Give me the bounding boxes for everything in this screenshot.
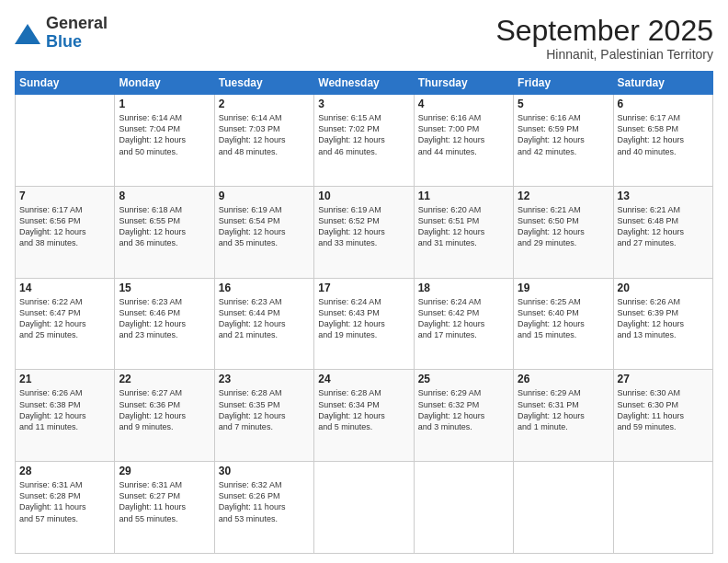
calendar-cell: 17Sunrise: 6:24 AM Sunset: 6:43 PM Dayli… (314, 278, 414, 370)
day-of-week-header: Thursday (414, 72, 513, 95)
calendar-cell: 18Sunrise: 6:24 AM Sunset: 6:42 PM Dayli… (414, 278, 513, 370)
day-number: 21 (19, 373, 110, 385)
calendar-cell: 12Sunrise: 6:21 AM Sunset: 6:50 PM Dayli… (514, 186, 613, 278)
day-of-week-header: Sunday (16, 72, 115, 95)
calendar-cell: 22Sunrise: 6:27 AM Sunset: 6:36 PM Dayli… (115, 370, 214, 462)
day-number: 19 (518, 282, 609, 294)
day-info: Sunrise: 6:27 AM Sunset: 6:36 PM Dayligh… (119, 387, 210, 432)
day-info: Sunrise: 6:17 AM Sunset: 6:58 PM Dayligh… (618, 112, 709, 157)
calendar-week-row: 28Sunrise: 6:31 AM Sunset: 6:28 PM Dayli… (16, 462, 713, 554)
day-number: 24 (318, 373, 409, 385)
day-info: Sunrise: 6:18 AM Sunset: 6:55 PM Dayligh… (119, 204, 210, 249)
day-number: 11 (418, 190, 509, 202)
calendar-cell: 24Sunrise: 6:28 AM Sunset: 6:34 PM Dayli… (314, 370, 414, 462)
day-info: Sunrise: 6:19 AM Sunset: 6:52 PM Dayligh… (318, 204, 409, 249)
day-number: 14 (19, 282, 110, 294)
day-info: Sunrise: 6:24 AM Sunset: 6:42 PM Dayligh… (418, 296, 509, 341)
day-of-week-header: Friday (514, 72, 613, 95)
day-info: Sunrise: 6:16 AM Sunset: 6:59 PM Dayligh… (518, 112, 609, 157)
calendar-cell (16, 95, 115, 187)
calendar-cell: 19Sunrise: 6:25 AM Sunset: 6:40 PM Dayli… (514, 278, 613, 370)
calendar-cell: 4Sunrise: 6:16 AM Sunset: 7:00 PM Daylig… (414, 95, 513, 187)
day-info: Sunrise: 6:22 AM Sunset: 6:47 PM Dayligh… (19, 296, 110, 341)
day-number: 9 (219, 190, 310, 202)
day-info: Sunrise: 6:26 AM Sunset: 6:38 PM Dayligh… (19, 387, 110, 432)
calendar-cell: 28Sunrise: 6:31 AM Sunset: 6:28 PM Dayli… (16, 462, 115, 554)
day-info: Sunrise: 6:23 AM Sunset: 6:46 PM Dayligh… (119, 296, 210, 341)
calendar-cell: 16Sunrise: 6:23 AM Sunset: 6:44 PM Dayli… (214, 278, 313, 370)
calendar-cell: 27Sunrise: 6:30 AM Sunset: 6:30 PM Dayli… (613, 370, 712, 462)
day-info: Sunrise: 6:23 AM Sunset: 6:44 PM Dayligh… (219, 296, 310, 341)
logo-text: General Blue (46, 15, 108, 52)
calendar-cell: 1Sunrise: 6:14 AM Sunset: 7:04 PM Daylig… (115, 95, 214, 187)
calendar-cell: 2Sunrise: 6:14 AM Sunset: 7:03 PM Daylig… (214, 95, 313, 187)
day-number: 16 (219, 282, 310, 294)
day-info: Sunrise: 6:21 AM Sunset: 6:48 PM Dayligh… (618, 204, 709, 249)
day-number: 27 (618, 373, 709, 385)
day-info: Sunrise: 6:32 AM Sunset: 6:26 PM Dayligh… (219, 479, 310, 524)
calendar-cell: 13Sunrise: 6:21 AM Sunset: 6:48 PM Dayli… (613, 186, 712, 278)
day-number: 5 (518, 98, 609, 110)
calendar-cell: 6Sunrise: 6:17 AM Sunset: 6:58 PM Daylig… (613, 95, 712, 187)
day-number: 7 (19, 190, 110, 202)
day-number: 12 (518, 190, 609, 202)
day-info: Sunrise: 6:31 AM Sunset: 6:28 PM Dayligh… (19, 479, 110, 524)
calendar-cell: 25Sunrise: 6:29 AM Sunset: 6:32 PM Dayli… (414, 370, 513, 462)
day-info: Sunrise: 6:14 AM Sunset: 7:04 PM Dayligh… (119, 112, 210, 157)
day-number: 13 (618, 190, 709, 202)
day-info: Sunrise: 6:21 AM Sunset: 6:50 PM Dayligh… (518, 204, 609, 249)
logo: General Blue (15, 15, 108, 52)
calendar-cell: 15Sunrise: 6:23 AM Sunset: 6:46 PM Dayli… (115, 278, 214, 370)
page: General Blue September 2025 Hinnanit, Pa… (0, 0, 728, 563)
day-number: 15 (119, 282, 210, 294)
calendar-cell (314, 462, 414, 554)
day-number: 22 (119, 373, 210, 385)
day-of-week-header: Tuesday (214, 72, 313, 95)
calendar-cell: 26Sunrise: 6:29 AM Sunset: 6:31 PM Dayli… (514, 370, 613, 462)
day-info: Sunrise: 6:24 AM Sunset: 6:43 PM Dayligh… (318, 296, 409, 341)
day-info: Sunrise: 6:28 AM Sunset: 6:34 PM Dayligh… (318, 387, 409, 432)
day-number: 23 (219, 373, 310, 385)
calendar-cell: 23Sunrise: 6:28 AM Sunset: 6:35 PM Dayli… (214, 370, 313, 462)
day-info: Sunrise: 6:17 AM Sunset: 6:56 PM Dayligh… (19, 204, 110, 249)
calendar-cell: 14Sunrise: 6:22 AM Sunset: 6:47 PM Dayli… (16, 278, 115, 370)
day-info: Sunrise: 6:20 AM Sunset: 6:51 PM Dayligh… (418, 204, 509, 249)
day-info: Sunrise: 6:16 AM Sunset: 7:00 PM Dayligh… (418, 112, 509, 157)
day-number: 20 (618, 282, 709, 294)
day-number: 18 (418, 282, 509, 294)
day-number: 29 (119, 465, 210, 477)
logo-triangle-icon (15, 24, 40, 44)
calendar-cell (414, 462, 513, 554)
calendar-cell: 9Sunrise: 6:19 AM Sunset: 6:54 PM Daylig… (214, 186, 313, 278)
day-number: 26 (518, 373, 609, 385)
calendar-week-row: 7Sunrise: 6:17 AM Sunset: 6:56 PM Daylig… (16, 186, 713, 278)
day-number: 6 (618, 98, 709, 110)
logo-blue: Blue (46, 33, 108, 52)
title-block: September 2025 Hinnanit, Palestinian Ter… (495, 15, 713, 62)
calendar-cell: 29Sunrise: 6:31 AM Sunset: 6:27 PM Dayli… (115, 462, 214, 554)
calendar-cell (514, 462, 613, 554)
day-info: Sunrise: 6:26 AM Sunset: 6:39 PM Dayligh… (618, 296, 709, 341)
header: General Blue September 2025 Hinnanit, Pa… (15, 15, 713, 62)
day-info: Sunrise: 6:29 AM Sunset: 6:31 PM Dayligh… (518, 387, 609, 432)
day-number: 17 (318, 282, 409, 294)
calendar-cell (613, 462, 712, 554)
calendar-cell: 5Sunrise: 6:16 AM Sunset: 6:59 PM Daylig… (514, 95, 613, 187)
calendar-week-row: 14Sunrise: 6:22 AM Sunset: 6:47 PM Dayli… (16, 278, 713, 370)
day-number: 28 (19, 465, 110, 477)
day-number: 1 (119, 98, 210, 110)
calendar-week-row: 1Sunrise: 6:14 AM Sunset: 7:04 PM Daylig… (16, 95, 713, 187)
calendar-cell: 3Sunrise: 6:15 AM Sunset: 7:02 PM Daylig… (314, 95, 414, 187)
calendar-cell: 11Sunrise: 6:20 AM Sunset: 6:51 PM Dayli… (414, 186, 513, 278)
day-info: Sunrise: 6:28 AM Sunset: 6:35 PM Dayligh… (219, 387, 310, 432)
day-info: Sunrise: 6:15 AM Sunset: 7:02 PM Dayligh… (318, 112, 409, 157)
day-number: 8 (119, 190, 210, 202)
calendar-cell: 21Sunrise: 6:26 AM Sunset: 6:38 PM Dayli… (16, 370, 115, 462)
location: Hinnanit, Palestinian Territory (495, 47, 713, 62)
day-info: Sunrise: 6:29 AM Sunset: 6:32 PM Dayligh… (418, 387, 509, 432)
day-info: Sunrise: 6:31 AM Sunset: 6:27 PM Dayligh… (119, 479, 210, 524)
calendar-cell: 8Sunrise: 6:18 AM Sunset: 6:55 PM Daylig… (115, 186, 214, 278)
calendar-week-row: 21Sunrise: 6:26 AM Sunset: 6:38 PM Dayli… (16, 370, 713, 462)
calendar-header-row: SundayMondayTuesdayWednesdayThursdayFrid… (16, 72, 713, 95)
day-number: 2 (219, 98, 310, 110)
